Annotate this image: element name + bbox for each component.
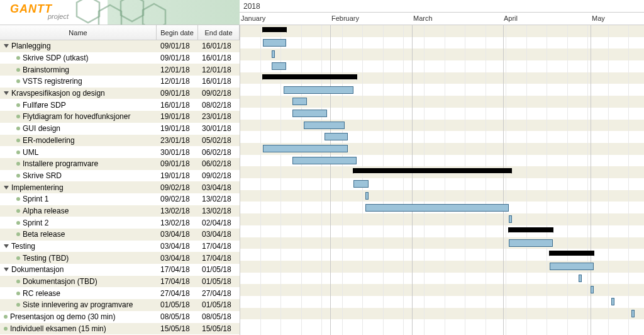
gantt-summary-bar[interactable] xyxy=(509,227,553,232)
col-end[interactable]: End date xyxy=(198,25,240,40)
task-end: 30/01/18 xyxy=(198,124,240,133)
gantt-task-bar[interactable] xyxy=(550,263,594,270)
task-end: 01/05/18 xyxy=(198,277,240,286)
task-name: Kravspesifikasjon og design xyxy=(11,89,105,98)
task-end: 13/02/18 xyxy=(198,207,240,215)
task-row[interactable]: Implementering09/02/1803/04/18 xyxy=(0,181,240,193)
task-row[interactable]: Installere programvare09/01/1806/02/18 xyxy=(0,158,240,170)
task-begin: 09/02/18 xyxy=(157,195,198,203)
gantt-task-bar[interactable] xyxy=(284,86,354,94)
task-name: Siste innlevering av programvare xyxy=(23,300,133,309)
task-row[interactable]: Alpha release13/02/1813/02/18 xyxy=(0,205,240,217)
task-row[interactable]: GUI design19/01/1830/01/18 xyxy=(0,123,240,135)
task-name: Beta release xyxy=(23,230,65,239)
task-begin: 03/04/18 xyxy=(157,242,198,251)
gantt-task-bar[interactable] xyxy=(272,50,275,58)
month-label: January xyxy=(241,14,265,22)
gantt-task-bar[interactable] xyxy=(263,39,286,47)
gantt-task-bar[interactable] xyxy=(611,298,614,305)
gantt-summary-bar[interactable] xyxy=(353,168,511,173)
task-row[interactable]: Testing03/04/1817/04/18 xyxy=(0,241,240,253)
task-begin: 17/04/18 xyxy=(157,265,198,274)
task-row[interactable]: Dokumentasjon17/04/1801/05/18 xyxy=(0,264,240,276)
task-row[interactable]: Testing (TBD)03/04/1817/04/18 xyxy=(0,252,240,264)
expand-icon xyxy=(4,44,9,48)
task-row[interactable]: Individuell eksamen (15 min)15/05/1815/0… xyxy=(0,323,240,335)
gantt-task-bar[interactable] xyxy=(631,310,635,317)
task-end: 27/04/18 xyxy=(198,289,240,298)
col-begin[interactable]: Begin date xyxy=(157,25,198,40)
task-name: Skrive SDP (utkast) xyxy=(23,54,88,62)
expand-icon xyxy=(4,91,9,95)
timeline-year: 2018 xyxy=(240,0,644,13)
timeline-months: JanuaryFebruaryMarchAprilMay xyxy=(240,13,644,25)
task-begin: 23/01/18 xyxy=(157,136,198,145)
task-dot-icon xyxy=(16,68,20,72)
task-row[interactable]: Fullføre SDP16/01/1808/02/18 xyxy=(0,99,240,111)
gantt-summary-bar[interactable] xyxy=(550,251,594,256)
task-end: 08/02/18 xyxy=(198,101,240,110)
svg-marker-0 xyxy=(77,0,99,23)
task-dot-icon xyxy=(16,232,20,236)
task-begin: 12/01/18 xyxy=(157,77,198,86)
task-row[interactable]: VSTS registrering12/01/1816/01/18 xyxy=(0,76,240,88)
gantt-chart[interactable] xyxy=(240,25,644,335)
gantt-task-bar[interactable] xyxy=(365,204,509,212)
gantt-task-bar[interactable] xyxy=(353,180,368,188)
gantt-summary-bar[interactable] xyxy=(263,27,286,32)
gantt-task-bar[interactable] xyxy=(591,286,594,293)
task-end: 13/02/18 xyxy=(198,195,240,203)
task-row[interactable]: UML30/01/1806/02/18 xyxy=(0,146,240,158)
task-end: 06/02/18 xyxy=(198,159,240,168)
task-name: RC release xyxy=(23,289,60,298)
task-row[interactable]: RC release27/04/1827/04/18 xyxy=(0,287,240,299)
task-row[interactable]: ER-modellering23/01/1805/02/18 xyxy=(0,135,240,147)
task-dot-icon xyxy=(16,303,20,307)
task-row[interactable]: Brainstorming12/01/1812/01/18 xyxy=(0,64,240,76)
task-begin: 19/01/18 xyxy=(157,171,198,180)
task-dot-icon xyxy=(16,79,20,83)
gantt-task-bar[interactable] xyxy=(263,145,348,152)
task-row[interactable]: Sprint 213/02/1802/04/18 xyxy=(0,217,240,229)
task-row[interactable]: Beta release03/04/1803/04/18 xyxy=(0,229,240,241)
task-row[interactable]: Flytdiagram for hovedfunksjoner19/01/182… xyxy=(0,111,240,123)
task-name: Alpha release xyxy=(23,207,69,215)
gantt-task-bar[interactable] xyxy=(272,62,286,70)
task-end: 17/04/18 xyxy=(198,242,240,251)
task-row[interactable]: Sprint 109/02/1813/02/18 xyxy=(0,193,240,205)
gantt-task-bar[interactable] xyxy=(292,98,307,105)
task-end: 12/01/18 xyxy=(198,65,240,74)
task-end: 08/05/18 xyxy=(198,312,240,321)
task-row[interactable]: Siste innlevering av programvare01/05/18… xyxy=(0,299,240,311)
task-dot-icon xyxy=(16,292,20,295)
gantt-task-bar[interactable] xyxy=(579,275,582,282)
task-begin: 15/05/18 xyxy=(157,324,198,333)
month-label: March xyxy=(413,14,433,22)
task-begin: 19/01/18 xyxy=(157,112,198,121)
task-row[interactable]: Presentasjon og demo (30 min)08/05/1808/… xyxy=(0,311,240,323)
task-begin: 09/01/18 xyxy=(157,159,198,168)
gantt-task-bar[interactable] xyxy=(292,110,328,117)
gantt-task-bar[interactable] xyxy=(509,239,553,247)
task-name: Sprint 1 xyxy=(23,195,48,203)
task-begin: 17/04/18 xyxy=(157,277,198,286)
task-begin: 03/04/18 xyxy=(157,254,198,263)
gantt-task-bar[interactable] xyxy=(365,192,369,200)
task-row[interactable]: Dokumentasjon (TBD)17/04/1801/05/18 xyxy=(0,276,240,288)
task-dot-icon xyxy=(16,256,20,260)
task-row[interactable]: Kravspesifikasjon og design09/01/1809/02… xyxy=(0,88,240,99)
task-row[interactable]: Planlegging09/01/1816/01/18 xyxy=(0,40,240,52)
gantt-task-bar[interactable] xyxy=(304,122,345,129)
task-row[interactable]: Skrive SDP (utkast)09/01/1816/01/18 xyxy=(0,52,240,64)
gantt-task-bar[interactable] xyxy=(325,133,348,140)
task-name: Sprint 2 xyxy=(23,219,48,227)
task-name: Testing (TBD) xyxy=(23,254,69,263)
gantt-task-bar[interactable] xyxy=(509,215,512,223)
task-name: Implementering xyxy=(11,183,64,192)
task-end: 09/02/18 xyxy=(198,171,240,180)
gantt-task-bar[interactable] xyxy=(292,157,357,164)
col-name[interactable]: Name xyxy=(0,25,157,40)
task-end: 16/01/18 xyxy=(198,42,240,50)
gantt-summary-bar[interactable] xyxy=(263,74,357,79)
task-row[interactable]: Skrive SRD19/01/1809/02/18 xyxy=(0,170,240,182)
